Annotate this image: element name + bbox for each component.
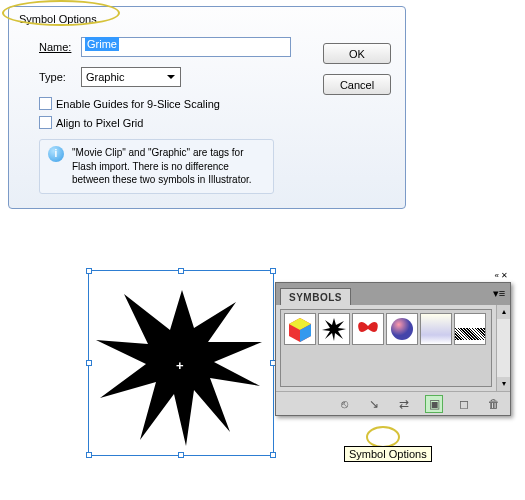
symbol-swatch-splat[interactable]: [318, 313, 350, 345]
scroll-up-icon[interactable]: ▴: [497, 305, 510, 319]
symbols-panel: « ✕ SYMBOLS ▾≡ ▴: [275, 282, 511, 416]
info-icon: i: [48, 146, 64, 162]
symbol-options-icon[interactable]: ▣: [426, 396, 442, 412]
place-instance-icon[interactable]: ↘: [366, 396, 382, 412]
symbol-swatch-list: [280, 309, 492, 387]
type-label: Type:: [39, 71, 81, 83]
resize-handle[interactable]: [270, 268, 276, 274]
dialog-title: Symbol Options: [9, 7, 405, 33]
symbol-options-tooltip: Symbol Options: [344, 446, 432, 462]
resize-handle[interactable]: [178, 452, 184, 458]
enable-9slice-checkbox[interactable]: [39, 97, 52, 110]
scroll-down-icon[interactable]: ▾: [497, 377, 510, 391]
selection-bounding-box[interactable]: +: [88, 270, 274, 456]
panel-close-icon[interactable]: ✕: [501, 271, 508, 280]
resize-handle[interactable]: [178, 268, 184, 274]
symbol-swatch-cube[interactable]: [284, 313, 316, 345]
resize-handle[interactable]: [86, 452, 92, 458]
svg-point-3: [391, 318, 413, 340]
symbol-swatch-static[interactable]: [454, 313, 486, 345]
edit-symbol-icon[interactable]: ⇄: [396, 396, 412, 412]
name-input[interactable]: Grime: [81, 37, 291, 57]
enable-9slice-label: Enable Guides for 9-Slice Scaling: [56, 98, 220, 110]
panel-footer: ⎋ ↘ ⇄ ▣ ◻ 🗑: [276, 391, 510, 415]
align-pixel-grid-checkbox[interactable]: [39, 116, 52, 129]
name-input-value: Grime: [85, 37, 119, 51]
info-text: "Movie Clip" and "Graphic" are tags for …: [72, 146, 265, 187]
ok-button[interactable]: OK: [323, 43, 391, 64]
center-point-icon: +: [176, 358, 184, 373]
type-dropdown[interactable]: Graphic: [81, 67, 181, 87]
resize-handle[interactable]: [86, 268, 92, 274]
name-label: Name:: [39, 41, 81, 53]
break-link-icon[interactable]: ⎋: [336, 396, 352, 412]
info-box: i "Movie Clip" and "Graphic" are tags fo…: [39, 139, 274, 194]
symbol-swatch-bow[interactable]: [352, 313, 384, 345]
resize-handle[interactable]: [86, 360, 92, 366]
resize-handle[interactable]: [270, 452, 276, 458]
panel-tabbar: SYMBOLS ▾≡: [276, 283, 510, 305]
align-pixel-grid-label: Align to Pixel Grid: [56, 117, 143, 129]
annotation-ellipse: [366, 426, 400, 448]
panel-menu-icon[interactable]: ▾≡: [492, 287, 506, 300]
symbol-swatch-sphere[interactable]: [386, 313, 418, 345]
panel-collapse-icon[interactable]: «: [495, 271, 499, 280]
cancel-button[interactable]: Cancel: [323, 74, 391, 95]
symbol-swatch-gradient[interactable]: [420, 313, 452, 345]
delete-symbol-icon[interactable]: 🗑: [486, 396, 502, 412]
symbol-options-dialog: Symbol Options Name: Grime Type: Graphic…: [8, 6, 406, 209]
panel-scrollbar[interactable]: ▴ ▾: [496, 305, 510, 391]
canvas-artwork[interactable]: +: [88, 270, 276, 458]
new-symbol-icon[interactable]: ◻: [456, 396, 472, 412]
symbols-tab[interactable]: SYMBOLS: [280, 288, 351, 305]
type-dropdown-value: Graphic: [86, 71, 125, 83]
